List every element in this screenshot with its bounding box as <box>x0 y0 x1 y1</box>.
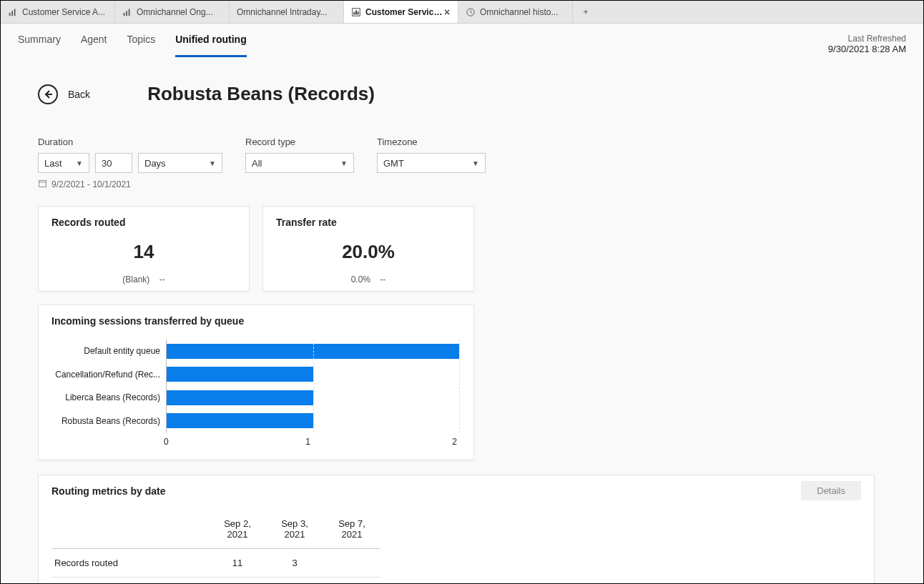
top-tab-customer-service-a[interactable]: Customer Service A... <box>1 1 115 23</box>
chevron-down-icon: ▼ <box>472 159 479 167</box>
subtab-summary[interactable]: Summary <box>18 34 61 57</box>
svg-rect-0 <box>9 12 11 15</box>
row-label: Transfer rate <box>51 578 209 585</box>
cell: 5.88% <box>209 578 266 585</box>
kpi-records-routed: Records routed 14 (Blank) -- <box>38 206 250 292</box>
report-icon <box>351 7 361 17</box>
svg-rect-2 <box>14 9 16 16</box>
x-tick: 2 <box>310 437 457 447</box>
routing-metrics-card: Details Routing metrics by date Sep 2, 2… <box>38 475 875 584</box>
kpi-sub-dash: -- <box>380 274 385 284</box>
last-refreshed-label: Last Refreshed <box>828 34 906 44</box>
cell: 3 <box>266 549 323 578</box>
subtab-topics[interactable]: Topics <box>127 34 156 57</box>
x-tick: 1 <box>164 437 310 447</box>
timezone-select[interactable]: GMT ▼ <box>377 153 486 173</box>
tab-label: Omnichannel Ong... <box>137 7 222 17</box>
bar-category-label: Cancellation/Refund (Rec... <box>51 370 166 380</box>
svg-rect-4 <box>126 11 127 16</box>
svg-rect-11 <box>39 180 46 187</box>
timezone-label: Timezone <box>377 137 486 147</box>
kpi-value: 20.0% <box>276 241 461 263</box>
bar <box>167 390 313 405</box>
duration-unit-select[interactable]: Days ▼ <box>138 153 222 173</box>
svg-rect-3 <box>124 12 125 15</box>
top-tab-strip: Customer Service A... Omnichannel Ong...… <box>1 1 923 24</box>
table-row: Transfer rate 5.88% 25.00% 0.00% <box>51 578 380 585</box>
back-label: Back <box>68 89 90 100</box>
top-tab-customer-service-historic[interactable]: Customer Service historic... × <box>344 1 458 23</box>
timezone-value: GMT <box>383 158 404 169</box>
tab-label: Customer Service historic... <box>365 7 443 17</box>
top-tab-omnichannel-intraday[interactable]: Omnichannel Intraday... <box>230 1 344 23</box>
cell: 25.00% <box>266 578 323 585</box>
kpi-sub-label: (Blank) <box>122 274 149 284</box>
routing-metrics-table: Sep 2, 2021 Sep 3, 2021 Sep 7, 2021 Reco… <box>51 518 380 584</box>
chart-icon <box>122 7 132 17</box>
back-button[interactable]: Back <box>38 84 90 104</box>
new-tab-button[interactable]: ＋ <box>573 1 599 23</box>
chart-card-sessions-by-queue: Incoming sessions transferred by queue D… <box>38 305 474 460</box>
chart-title: Incoming sessions transferred by queue <box>51 315 461 327</box>
tab-label: Customer Service A... <box>22 7 107 17</box>
table-header-date: Sep 7, 2021 <box>323 518 380 549</box>
page-title: Robusta Beans (Records) <box>147 83 375 105</box>
cell <box>323 549 380 578</box>
chart-icon <box>8 7 18 17</box>
filter-bar: Duration Last ▼ 30 Days ▼ <box>38 137 889 190</box>
duration-mode-select[interactable]: Last ▼ <box>38 153 89 173</box>
duration-count-value: 30 <box>102 158 112 169</box>
bar <box>167 413 313 428</box>
filter-timezone: Timezone GMT ▼ <box>377 137 486 190</box>
kpi-sub-label: 0.0% <box>351 274 370 284</box>
record-type-value: All <box>252 158 262 169</box>
table-row: Records routed 11 3 <box>51 549 380 578</box>
kpi-sub-dash: -- <box>159 274 165 284</box>
kpi-value: 14 <box>51 241 236 263</box>
kpi-title: Records routed <box>51 217 236 228</box>
back-arrow-icon <box>38 84 58 104</box>
top-tab-omnichannel-ong[interactable]: Omnichannel Ong... <box>115 1 230 23</box>
cell: 11 <box>209 549 266 578</box>
duration-range: 9/2/2021 - 10/1/2021 <box>51 179 131 189</box>
bar <box>167 367 313 382</box>
duration-mode-value: Last <box>44 158 62 169</box>
plus-icon: ＋ <box>581 6 590 18</box>
duration-count-select[interactable]: 30 <box>95 153 132 173</box>
record-type-select[interactable]: All ▼ <box>245 153 354 173</box>
chevron-down-icon: ▼ <box>340 159 348 167</box>
last-refreshed: Last Refreshed 9/30/2021 8:28 AM <box>828 34 906 54</box>
calendar-icon <box>38 179 47 190</box>
svg-rect-1 <box>11 11 13 16</box>
report-subnav: Summary Agent Topics Unified routing <box>1 24 923 57</box>
kpi-title: Transfer rate <box>276 217 461 228</box>
metrics-title: Routing metrics by date <box>51 485 861 497</box>
duration-label: Duration <box>38 137 222 147</box>
tab-label: Omnichannel Intraday... <box>237 7 336 17</box>
duration-unit-value: Days <box>144 158 166 169</box>
kpi-transfer-rate: Transfer rate 20.0% 0.0% -- <box>262 206 474 292</box>
svg-rect-8 <box>355 10 357 14</box>
top-tab-omnichannel-histo[interactable]: Omnichannel histo... <box>458 1 573 23</box>
details-button[interactable]: Details <box>801 481 861 500</box>
bar-category-label: Robusta Beans (Records) <box>51 416 166 426</box>
cell: 0.00% <box>323 578 380 585</box>
row-label: Records routed <box>51 549 209 578</box>
close-icon[interactable]: × <box>443 6 451 18</box>
subtab-agent[interactable]: Agent <box>81 34 107 57</box>
last-refreshed-time: 9/30/2021 8:28 AM <box>828 44 906 54</box>
chevron-down-icon: ▼ <box>76 159 83 167</box>
record-type-label: Record type <box>245 137 354 147</box>
table-header-date: Sep 3, 2021 <box>266 518 323 549</box>
filter-duration: Duration Last ▼ 30 Days ▼ <box>38 137 222 190</box>
bar-category-label: Default entity queue <box>51 346 166 356</box>
filter-record-type: Record type All ▼ <box>245 137 354 190</box>
svg-rect-7 <box>354 12 355 15</box>
svg-rect-9 <box>358 11 359 14</box>
svg-rect-5 <box>129 9 130 16</box>
bar-category-label: Liberca Beans (Records) <box>51 392 166 402</box>
subtab-unified-routing[interactable]: Unified routing <box>175 34 247 57</box>
table-header-date: Sep 2, 2021 <box>209 518 266 549</box>
history-icon <box>466 7 476 17</box>
tab-label: Omnichannel histo... <box>480 7 565 17</box>
